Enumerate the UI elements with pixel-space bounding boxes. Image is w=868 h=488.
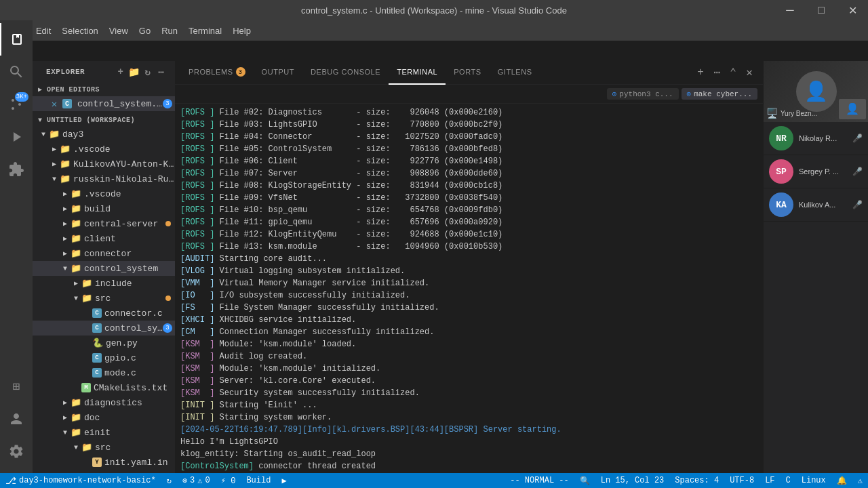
- close-panel-btn[interactable]: ✕: [741, 64, 757, 81]
- tree-item-central-server[interactable]: ▶ 📁 central-server: [33, 216, 175, 231]
- folder-icon: 📁: [49, 129, 60, 140]
- terminal-content[interactable]: [ROFS ] File #02: Diagnostics - size: 92…: [175, 104, 763, 488]
- folder-icon: 📁: [71, 233, 81, 244]
- tree-item-vscode2[interactable]: ▶ 📁 .vscode: [33, 186, 175, 201]
- menu-terminal[interactable]: Terminal: [183, 23, 227, 39]
- tab-debug-console[interactable]: DEBUG CONSOLE: [302, 61, 389, 85]
- status-bell[interactable]: 🔔: [831, 473, 852, 488]
- tree-item-cmakelists[interactable]: M CMakeLists.txt: [33, 380, 175, 395]
- tree-item-include[interactable]: ▶ 📁 include: [33, 276, 175, 291]
- status-errors[interactable]: ⊗ 3 ⚠ 0: [177, 473, 216, 488]
- tree-item-src[interactable]: ▼ 📁 src: [33, 291, 175, 306]
- folder-icon: 📁: [71, 218, 81, 229]
- yaml-file-icon: Y: [92, 458, 102, 467]
- open-editors-title[interactable]: ▶ OPEN EDITORS: [33, 80, 175, 96]
- status-spaces[interactable]: Spaces: 4: [669, 473, 724, 488]
- activity-explorer[interactable]: [0, 23, 33, 56]
- tree-item-client[interactable]: ▶ 📁 client: [33, 231, 175, 246]
- maximize-button[interactable]: □: [806, 0, 837, 20]
- minimize-button[interactable]: ─: [774, 0, 806, 20]
- tree-item-vscode1[interactable]: ▶ 📁 .vscode: [33, 142, 175, 157]
- activity-remote[interactable]: ⊞: [0, 370, 33, 403]
- content-area: EXPLORER + 📁 ↻ ⋯ ▶ OPEN EDITORS ✕ C cont…: [33, 61, 868, 488]
- menu-go[interactable]: Go: [134, 23, 156, 39]
- tree-item-control-system-c[interactable]: C control_system.c 3: [33, 321, 175, 336]
- menu-help[interactable]: Help: [227, 23, 256, 39]
- status-cursor-pos[interactable]: Ln 15, Col 23: [595, 473, 670, 488]
- status-branch[interactable]: ⎇ day3-homework-network-basic*: [0, 473, 161, 488]
- tab-gitlens[interactable]: GITLENS: [490, 61, 540, 85]
- tree-item-init-yaml[interactable]: Y init.yaml.in: [33, 455, 175, 470]
- folder-icon: 📁: [81, 442, 92, 453]
- term-line: [ROFS ] File #07: Server - size: 908896 …: [180, 167, 757, 180]
- open-editor-file[interactable]: ✕ C control_system.c... 3: [33, 96, 175, 111]
- window-controls: ─ □ ✕: [774, 0, 868, 20]
- modified-dot: [165, 221, 171, 226]
- new-folder-btn[interactable]: 📁: [129, 66, 140, 77]
- term-line: [KSM ] Audit log created.: [180, 350, 757, 363]
- tree-item-build[interactable]: ▶ 📁 build: [33, 201, 175, 216]
- menu-selection[interactable]: Selection: [56, 23, 103, 39]
- split-terminal-btn[interactable]: ⋯: [709, 64, 725, 81]
- workspace-title[interactable]: ▼ UNTITLED (WORKSPACE): [33, 111, 175, 127]
- tree-item-connector[interactable]: ▶ 📁 connector: [33, 246, 175, 261]
- status-os[interactable]: Linux: [796, 473, 831, 488]
- status-lightning[interactable]: ⚡ 0: [216, 473, 241, 488]
- activity-extensions[interactable]: [0, 153, 33, 186]
- tab-terminal[interactable]: TERMINAL: [389, 61, 446, 85]
- terminal-python3[interactable]: ⊙ python3 c...: [607, 88, 679, 100]
- close-file-icon[interactable]: ✕: [49, 98, 60, 109]
- tree-item-einit[interactable]: ▼ 📁 einit: [33, 425, 175, 440]
- activity-settings[interactable]: [0, 435, 33, 468]
- c-file-icon: C: [92, 308, 102, 318]
- term-line: [CM ] Connection Manager successfully in…: [180, 326, 757, 338]
- participant-ka: KA Kulikov A... 🎤: [764, 188, 868, 222]
- tree-item-gpio-c[interactable]: C gpio.c: [33, 350, 175, 365]
- tree-item-diagnostics[interactable]: ▶ 📁 diagnostics: [33, 395, 175, 410]
- term-line: [IO ] I/O subsystem successfully initial…: [180, 289, 757, 302]
- term-line: [KSM ] Security system successfully init…: [180, 387, 757, 399]
- participant-sp-name: Sergey P. ...: [799, 167, 847, 176]
- tree-item-day3[interactable]: ▼ 📁 day3: [33, 127, 175, 142]
- activity-run[interactable]: [0, 121, 33, 153]
- folder-icon: 📁: [81, 293, 92, 304]
- tree-item-connector-c[interactable]: C connector.c: [33, 306, 175, 321]
- collapse-btn[interactable]: ⋯: [156, 66, 167, 77]
- refresh-btn[interactable]: ↻: [142, 66, 153, 77]
- new-terminal-btn[interactable]: +: [692, 64, 709, 81]
- status-sync[interactable]: ↻: [161, 473, 177, 488]
- menu-edit[interactable]: Edit: [31, 23, 56, 39]
- tab-problems[interactable]: PROBLEMS 3: [180, 61, 254, 85]
- main-area: PROBLEMS 3 OUTPUT DEBUG CONSOLE TERMINAL…: [175, 61, 763, 488]
- tree-item-doc[interactable]: ▶ 📁 doc: [33, 410, 175, 425]
- tree-item-mode-c[interactable]: C mode.c: [33, 365, 175, 380]
- status-search[interactable]: 🔍: [574, 473, 595, 488]
- status-run[interactable]: ▶: [276, 473, 292, 488]
- tab-output[interactable]: OUTPUT: [254, 61, 303, 85]
- avatar-ka: KA: [769, 192, 793, 217]
- activity-source-control[interactable]: 3K+: [0, 88, 33, 121]
- activity-accounts[interactable]: [0, 403, 33, 435]
- tab-ports[interactable]: PORTS: [446, 61, 489, 85]
- new-file-btn[interactable]: +: [115, 66, 126, 77]
- terminal-make[interactable]: ⊙ make cyber...: [682, 88, 757, 100]
- panel-actions: + ⋯ ⌃ ✕: [692, 64, 763, 81]
- tree-item-einit-src[interactable]: ▼ 📁 src: [33, 440, 175, 455]
- close-button[interactable]: ✕: [837, 0, 868, 20]
- status-warning-indicator[interactable]: ⚠: [852, 473, 868, 488]
- status-language[interactable]: C: [781, 473, 796, 488]
- term-line: [ROFS ] File #11: gpio_qemu - size: 6576…: [180, 216, 757, 228]
- participant-sp-mic: 🎤: [852, 167, 863, 177]
- tree-item-control-system[interactable]: ▼ 📁 control_system: [33, 261, 175, 276]
- maximize-panel-btn[interactable]: ⌃: [725, 64, 741, 81]
- status-build[interactable]: Build: [241, 473, 276, 488]
- tree-item-russkin[interactable]: ▼ 📁 russkin-Nikolai-Russ...: [33, 171, 175, 186]
- status-line-ending[interactable]: LF: [760, 473, 780, 488]
- explorer-title[interactable]: EXPLORER + 📁 ↻ ⋯: [33, 61, 175, 80]
- status-encoding[interactable]: UTF-8: [724, 473, 760, 488]
- menu-view[interactable]: View: [104, 23, 134, 39]
- tree-item-kulikov[interactable]: ▶ 📁 KulikovAYU-Anton-K...: [33, 157, 175, 171]
- activity-search[interactable]: [0, 56, 33, 88]
- tree-item-gen-py[interactable]: 🐍 gen.py: [33, 336, 175, 350]
- menu-run[interactable]: Run: [156, 23, 183, 39]
